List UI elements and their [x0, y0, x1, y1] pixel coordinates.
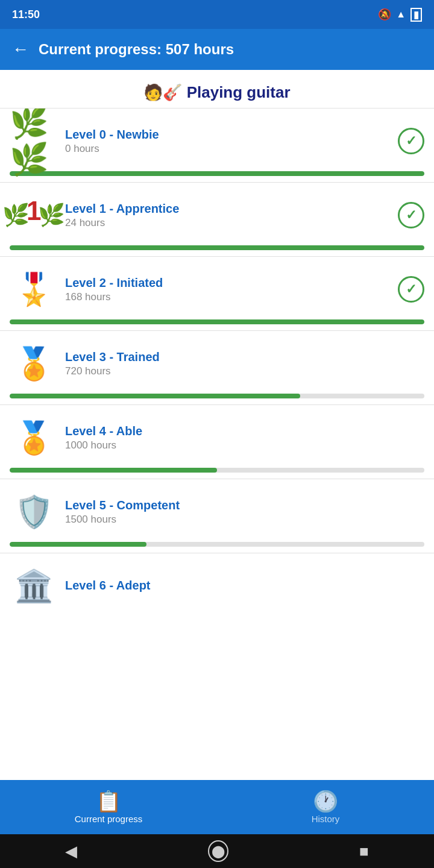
level-name-3: Level 3 - Trained: [65, 350, 391, 364]
battery-icon: ▮: [410, 8, 422, 22]
progress-fill-2: [10, 319, 424, 324]
progress-bar-0: [10, 171, 424, 176]
nav-current-progress-label: Current progress: [75, 814, 143, 824]
level-check-0: ✓: [398, 128, 424, 154]
level-name-0: Level 0 - Newbie: [65, 128, 391, 142]
level-hours-0: 0 hours: [65, 143, 391, 155]
list-item[interactable]: 🛡️ Level 5 - Competent 1500 hours ✓: [0, 479, 434, 536]
level-name-2: Level 2 - Initiated: [65, 276, 391, 290]
level-name-6: Level 6 - Adept: [65, 579, 391, 593]
level-info-3: Level 3 - Trained 720 hours: [58, 350, 398, 377]
level-name-4: Level 4 - Able: [65, 424, 391, 438]
level-icon-4: 🏅: [10, 414, 58, 462]
level-icon-1: 🌿 1 🌿: [10, 191, 58, 239]
levels-list: 🌿🌿 Level 0 - Newbie 0 hours ✓ 🌿 1 🌿 Leve…: [0, 108, 434, 780]
android-home-button[interactable]: ⬤: [208, 840, 228, 862]
android-recents-button[interactable]: ■: [359, 842, 369, 861]
list-item[interactable]: 🌿 1 🌿 Level 1 - Apprentice 24 hours ✓: [0, 183, 434, 239]
progress-bar-2: [10, 319, 424, 324]
level-icon-5: 🛡️: [10, 488, 58, 536]
back-button[interactable]: ←: [12, 40, 29, 59]
history-icon: 🕐: [313, 791, 338, 811]
current-progress-icon: 📋: [96, 791, 121, 811]
level-hours-3: 720 hours: [65, 365, 391, 377]
level-check-2: ✓: [398, 276, 424, 303]
progress-fill-4: [10, 468, 217, 473]
level-info-2: Level 2 - Initiated 168 hours: [58, 276, 398, 303]
android-back-button[interactable]: ◀: [65, 842, 77, 861]
notif-muted-icon: 🔕: [378, 8, 391, 21]
progress-fill-1: [10, 245, 424, 250]
level-icon-0: 🌿🌿: [10, 117, 58, 165]
header-title: Current progress: 507 hours: [39, 41, 234, 58]
level-name-5: Level 5 - Competent: [65, 498, 391, 512]
level-info-6: Level 6 - Adept: [58, 579, 398, 594]
progress-bar-4: [10, 468, 424, 473]
nav-history-label: History: [312, 814, 340, 824]
nav-history[interactable]: 🕐 History: [217, 785, 434, 830]
list-item[interactable]: 🏛️ Level 6 - Adept ✓: [0, 553, 434, 616]
level-info-1: Level 1 - Apprentice 24 hours: [58, 202, 398, 229]
nav-current-progress[interactable]: 📋 Current progress: [0, 785, 217, 830]
status-icons: 🔕 ▲ ▮: [378, 8, 422, 22]
level-info-0: Level 0 - Newbie 0 hours: [58, 128, 398, 155]
list-item[interactable]: 🏅 Level 3 - Trained 720 hours ✓: [0, 331, 434, 388]
list-item[interactable]: 🎖️ Level 2 - Initiated 168 hours ✓: [0, 257, 434, 313]
level-check-1: ✓: [398, 202, 424, 228]
status-bar: 11:50 🔕 ▲ ▮: [0, 0, 434, 29]
progress-bar-3: [10, 394, 424, 398]
list-item[interactable]: 🌿🌿 Level 0 - Newbie 0 hours ✓: [0, 108, 434, 165]
level-hours-1: 24 hours: [65, 217, 391, 229]
level-info-5: Level 5 - Competent 1500 hours: [58, 498, 398, 526]
progress-fill-0: [10, 171, 424, 176]
header: ← Current progress: 507 hours: [0, 29, 434, 70]
wifi-icon: ▲: [396, 9, 406, 20]
level-hours-2: 168 hours: [65, 291, 391, 303]
progress-bar-5: [10, 542, 424, 547]
level-hours-4: 1000 hours: [65, 439, 391, 451]
list-item[interactable]: 🏅 Level 4 - Able 1000 hours ✓: [0, 405, 434, 462]
skill-title: 🧑‍🎸 Playing guitar: [0, 70, 434, 108]
android-nav-bar: ◀ ⬤ ■: [0, 834, 434, 868]
level-icon-6: 🏛️: [10, 562, 58, 610]
level-hours-5: 1500 hours: [65, 514, 391, 526]
level-name-1: Level 1 - Apprentice: [65, 202, 391, 216]
bottom-nav: 📋 Current progress 🕐 History: [0, 780, 434, 834]
level-info-4: Level 4 - Able 1000 hours: [58, 424, 398, 451]
progress-fill-5: [10, 542, 146, 547]
progress-bar-1: [10, 245, 424, 250]
progress-fill-3: [10, 394, 300, 398]
status-time: 11:50: [12, 8, 40, 21]
level-icon-2: 🎖️: [10, 265, 58, 313]
level-icon-3: 🏅: [10, 339, 58, 388]
